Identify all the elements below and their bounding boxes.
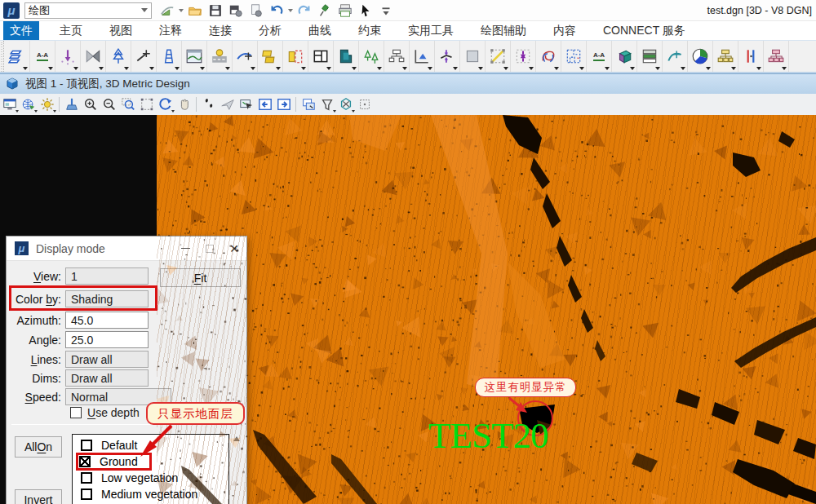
undo-icon[interactable]: [267, 2, 286, 20]
pie-chart-icon[interactable]: [688, 41, 713, 72]
view-previous-icon[interactable]: [255, 95, 274, 113]
tab-视图[interactable]: 视图: [103, 21, 139, 40]
adjust-sun-icon[interactable]: [38, 95, 56, 113]
toolbar-grip[interactable]: [0, 41, 4, 72]
tab-分析[interactable]: 分析: [252, 21, 288, 40]
class-checkbox[interactable]: [81, 489, 92, 500]
colorby-label: Color by:: [7, 293, 65, 306]
navigate-icon[interactable]: [237, 95, 255, 113]
place-line-icon[interactable]: [131, 41, 157, 72]
tab-约束[interactable]: 约束: [352, 21, 388, 40]
print-settings-icon[interactable]: [246, 2, 265, 20]
tab-CONNECT 服务[interactable]: CONNECT 服务: [596, 21, 692, 40]
class-checkbox[interactable]: [81, 472, 92, 484]
road-lamp-icon[interactable]: [207, 41, 233, 72]
tab-连接[interactable]: 连接: [202, 21, 238, 40]
move-parallel-icon[interactable]: [511, 41, 536, 72]
zoom-out-icon[interactable]: [100, 95, 118, 113]
curve-tools-icon[interactable]: [663, 41, 688, 72]
section-aa2-icon[interactable]: A-A: [587, 41, 612, 72]
view-window-titlebar[interactable]: 视图 1 - 顶视图, 3D Metric Design: [0, 73, 816, 94]
clip-volume-icon[interactable]: [317, 95, 336, 113]
undo-dropdown-icon[interactable]: [286, 9, 294, 12]
update-view-icon[interactable]: [62, 95, 81, 113]
org-chart-icon[interactable]: [384, 41, 410, 72]
overflow-icon[interactable]: [376, 2, 395, 20]
small-trees-icon[interactable]: [359, 41, 384, 72]
place-point-icon[interactable]: [55, 41, 81, 72]
corner-triangle-icon[interactable]: [410, 41, 435, 72]
class-checkbox[interactable]: [81, 440, 92, 451]
copy-view-icon[interactable]: [299, 95, 317, 113]
pushpin-icon[interactable]: [315, 2, 334, 20]
element-select-icon[interactable]: [356, 2, 375, 20]
class-checkbox[interactable]: [79, 456, 91, 467]
org-chart-pink-icon[interactable]: [764, 41, 789, 72]
print-icon[interactable]: [335, 2, 354, 20]
section-aa-icon[interactable]: A-A: [30, 41, 55, 72]
view-option[interactable]: 1: [65, 267, 149, 285]
fit-view-icon[interactable]: [137, 95, 156, 113]
tab-内容[interactable]: 内容: [547, 21, 583, 40]
view-label: View:: [7, 270, 65, 283]
display-style-icon[interactable]: [19, 95, 38, 113]
curve-point-icon[interactable]: [233, 41, 258, 72]
boundary-icon[interactable]: [561, 41, 587, 72]
hatch-box-icon[interactable]: [637, 41, 663, 72]
pan-icon[interactable]: [175, 95, 193, 113]
tab-实用工具[interactable]: 实用工具: [401, 21, 460, 40]
fly-icon[interactable]: [218, 95, 237, 113]
select-clip-icon[interactable]: [355, 95, 374, 113]
walk-icon[interactable]: [199, 95, 218, 113]
tab-文件[interactable]: 文件: [3, 21, 39, 40]
colorby-option[interactable]: Shading: [65, 290, 149, 307]
tab-主页[interactable]: 主页: [53, 21, 89, 40]
contours-icon[interactable]: [536, 41, 561, 72]
modify-line-icon[interactable]: [435, 41, 460, 72]
window-split-icon[interactable]: [308, 41, 334, 72]
view-window-content[interactable]: 这里有明显异常 TEST20 μ Display mode ✕ View: 1 …: [0, 115, 816, 504]
use-depth-checkbox[interactable]: [70, 407, 82, 418]
save-settings-icon[interactable]: [226, 2, 245, 20]
cube-3d-icon[interactable]: [612, 41, 637, 72]
save-icon[interactable]: [206, 2, 224, 20]
azimuth-input[interactable]: 45.0: [65, 312, 149, 329]
workflow-combobox[interactable]: 绘图: [24, 2, 152, 19]
workflow-slope-icon[interactable]: [157, 2, 176, 20]
clip-mask-icon[interactable]: [336, 95, 355, 113]
tower-icon[interactable]: [157, 41, 182, 72]
tab-注释[interactable]: 注释: [153, 21, 188, 40]
rotate-view-icon[interactable]: [156, 95, 175, 113]
angle-input[interactable]: 25.0: [65, 331, 149, 348]
quick-access-toolbar: μ 绘图 test.dgn [3D - V8 DGN]: [0, 0, 816, 21]
tab-绘图辅助[interactable]: 绘图辅助: [474, 21, 533, 40]
terrain-3d-view[interactable]: 这里有明显异常 TEST20: [157, 115, 816, 504]
levels-icon[interactable]: [5, 41, 30, 72]
lines-option[interactable]: Draw all: [65, 351, 149, 368]
dialog-callout-bubble: 只显示地面层: [146, 402, 245, 425]
all-on-button[interactable]: All On: [15, 436, 62, 458]
line-box-icon[interactable]: [486, 41, 511, 72]
org-chart-yellow-icon[interactable]: [713, 41, 738, 72]
dims-option[interactable]: Draw all: [65, 369, 149, 387]
open-folder-icon[interactable]: [185, 2, 204, 20]
export-shape-icon[interactable]: [334, 41, 359, 72]
lines-label: Lines:: [7, 353, 65, 366]
speed-label: Speed:: [7, 391, 65, 404]
cells-3d-icon[interactable]: [258, 41, 283, 72]
color-bars-icon[interactable]: [738, 41, 764, 72]
redo-icon[interactable]: [295, 2, 313, 20]
workflow-slope-dropdown-icon[interactable]: [177, 9, 184, 12]
view-attributes-icon[interactable]: [0, 95, 19, 113]
tree-icon[interactable]: [106, 41, 131, 72]
slope-label-icon[interactable]: [460, 41, 486, 72]
mesh-icon[interactable]: [81, 41, 106, 72]
class-label: Ground: [100, 455, 138, 468]
window-area-icon[interactable]: [118, 95, 137, 113]
invert-button[interactable]: Invert: [15, 489, 62, 504]
zoom-in-icon[interactable]: [81, 95, 100, 113]
profile-window-icon[interactable]: [182, 41, 207, 72]
fence-icon[interactable]: [283, 41, 308, 72]
tab-曲线[interactable]: 曲线: [302, 21, 338, 40]
view-next-icon[interactable]: [274, 95, 293, 113]
